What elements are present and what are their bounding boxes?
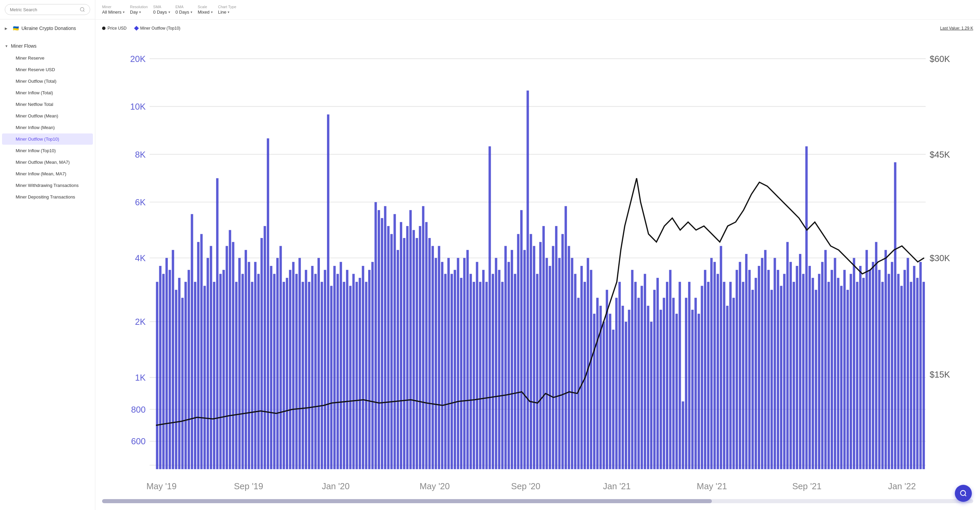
toolbar-resolution-select[interactable]: Day ▾ xyxy=(130,10,148,14)
svg-rect-95 xyxy=(349,286,352,470)
svg-line-278 xyxy=(965,495,966,496)
svg-rect-106 xyxy=(384,206,387,469)
toolbar-chart-type-select[interactable]: Line ▾ xyxy=(218,10,237,14)
fab-search-button[interactable] xyxy=(955,485,972,502)
toolbar-miner-select[interactable]: All Miners ▾ xyxy=(102,10,124,14)
sidebar-item-8[interactable]: Miner Inflow (Top10) xyxy=(2,145,93,156)
svg-rect-113 xyxy=(406,226,409,469)
chart-area: Price USD Miner Outflow (Top10) Last Val… xyxy=(95,20,980,510)
svg-rect-62 xyxy=(245,250,247,469)
ukraine-flag: 🇺🇦 xyxy=(13,26,19,31)
sidebar-item-1[interactable]: Miner Reserve USD xyxy=(2,64,93,75)
toolbar-sma-select[interactable]: 0 Days ▾ xyxy=(153,10,170,14)
svg-rect-57 xyxy=(229,230,231,469)
svg-rect-199 xyxy=(679,282,681,469)
svg-rect-52 xyxy=(213,282,215,469)
svg-rect-220 xyxy=(745,254,748,469)
svg-rect-163 xyxy=(565,206,567,469)
svg-rect-110 xyxy=(397,250,399,469)
svg-rect-267 xyxy=(894,163,896,469)
toolbar-miner: Miner All Miners ▾ xyxy=(102,5,124,14)
svg-rect-130 xyxy=(460,278,463,469)
svg-rect-264 xyxy=(885,250,887,469)
svg-rect-182 xyxy=(625,322,627,469)
svg-rect-194 xyxy=(663,298,665,469)
sidebar-item-9[interactable]: Miner Outflow (Mean, MA7) xyxy=(2,156,93,168)
svg-rect-205 xyxy=(698,314,700,469)
svg-rect-60 xyxy=(238,258,240,469)
sidebar-item-2[interactable]: Miner Outflow (Total) xyxy=(2,76,93,87)
sidebar-item-5[interactable]: Miner Outflow (Mean) xyxy=(2,110,93,121)
svg-rect-138 xyxy=(485,282,488,469)
svg-rect-177 xyxy=(609,314,611,469)
svg-rect-168 xyxy=(581,266,583,469)
svg-rect-46 xyxy=(194,282,196,469)
svg-rect-203 xyxy=(691,310,694,469)
svg-text:Jan '21: Jan '21 xyxy=(603,481,631,491)
search-box[interactable] xyxy=(5,4,90,15)
svg-rect-122 xyxy=(434,258,437,469)
svg-rect-152 xyxy=(530,234,532,469)
ukraine-arrow-icon: ▶ xyxy=(5,27,8,30)
svg-text:$15K: $15K xyxy=(930,370,950,379)
svg-rect-61 xyxy=(242,274,244,469)
svg-rect-67 xyxy=(260,238,263,469)
svg-rect-58 xyxy=(232,242,234,469)
svg-rect-192 xyxy=(656,278,659,469)
svg-rect-37 xyxy=(165,258,168,469)
sidebar-item-12[interactable]: Miner Depositing Transactions xyxy=(2,191,93,202)
svg-rect-112 xyxy=(403,238,405,469)
miner-flows-items: Miner ReserveMiner Reserve USDMiner Outf… xyxy=(0,53,95,202)
svg-rect-156 xyxy=(542,226,545,469)
svg-rect-69 xyxy=(267,138,269,469)
svg-rect-78 xyxy=(295,274,298,469)
sidebar-item-10[interactable]: Miner Inflow (Mean, MA7) xyxy=(2,168,93,179)
svg-rect-241 xyxy=(811,278,814,469)
svg-rect-98 xyxy=(359,278,361,469)
svg-text:Sep '20: Sep '20 xyxy=(511,481,540,491)
chart-scrollbar[interactable] xyxy=(102,499,973,503)
svg-rect-117 xyxy=(419,226,421,469)
svg-text:$60K: $60K xyxy=(930,54,950,64)
toolbar-scale-select[interactable]: Mixed ▾ xyxy=(198,10,213,14)
svg-rect-251 xyxy=(843,270,846,469)
svg-rect-201 xyxy=(685,298,687,469)
sidebar-item-4[interactable]: Miner Netflow Total xyxy=(2,99,93,110)
sidebar-item-11[interactable]: Miner Withdrawing Transactions xyxy=(2,180,93,191)
svg-rect-123 xyxy=(438,246,440,469)
svg-rect-104 xyxy=(378,210,380,469)
sidebar-item-7[interactable]: Miner Outflow (Top10) xyxy=(2,134,93,145)
svg-rect-73 xyxy=(279,246,282,469)
svg-rect-157 xyxy=(546,258,548,469)
svg-rect-261 xyxy=(875,242,877,469)
ukraine-section-header[interactable]: ▶ 🇺🇦 Ukraine Crypto Donations xyxy=(0,22,95,34)
svg-rect-262 xyxy=(878,270,881,469)
svg-rect-265 xyxy=(888,274,890,469)
toolbar-scale-value: Mixed xyxy=(198,10,210,14)
svg-rect-71 xyxy=(273,274,275,469)
svg-rect-191 xyxy=(653,290,656,469)
sidebar-item-0[interactable]: Miner Reserve xyxy=(2,53,93,64)
svg-text:May '21: May '21 xyxy=(697,481,727,491)
search-input[interactable] xyxy=(10,7,80,12)
toolbar-sma-label: SMA xyxy=(153,5,170,9)
svg-rect-184 xyxy=(631,270,633,469)
miner-flows-arrow-icon: ▼ xyxy=(5,44,8,48)
scrollbar-thumb[interactable] xyxy=(102,499,712,503)
legend-price-label: Price USD xyxy=(108,26,127,31)
toolbar-ema-select[interactable]: 0 Days ▾ xyxy=(176,10,192,14)
svg-rect-276 xyxy=(923,282,925,469)
toolbar-ema-caret-icon: ▾ xyxy=(191,10,192,14)
svg-rect-233 xyxy=(786,242,789,469)
svg-rect-48 xyxy=(200,234,203,469)
sidebar-item-3[interactable]: Miner Inflow (Total) xyxy=(2,87,93,99)
svg-rect-209 xyxy=(710,258,713,469)
miner-flows-header[interactable]: ▼ Miner Flows xyxy=(0,40,95,52)
svg-rect-133 xyxy=(469,274,472,469)
svg-rect-153 xyxy=(533,246,535,469)
last-value[interactable]: Last Value: 1.29 K xyxy=(940,26,973,31)
svg-rect-245 xyxy=(824,250,827,469)
svg-rect-50 xyxy=(207,258,209,469)
svg-text:10K: 10K xyxy=(130,102,146,112)
sidebar-item-6[interactable]: Miner Inflow (Mean) xyxy=(2,122,93,133)
